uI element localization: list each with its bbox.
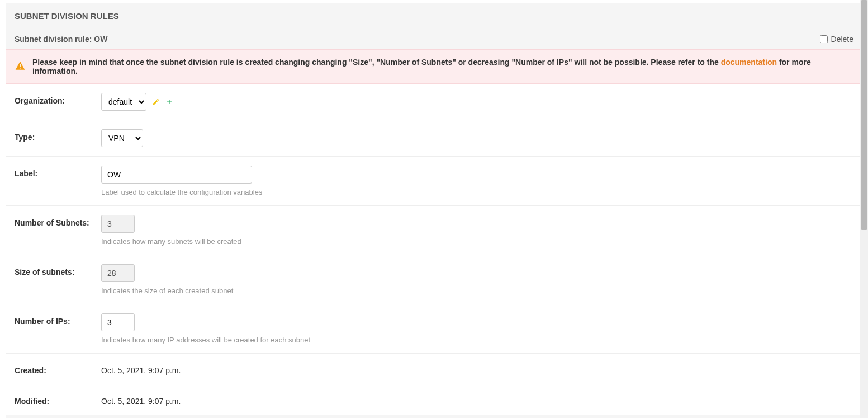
label-row: Label: Label used to calculate the confi… — [6, 157, 862, 206]
size-subnets-input — [101, 264, 135, 282]
vertical-scrollbar-track[interactable] — [860, 0, 868, 418]
warning-alert: Please keep in mind that once the subnet… — [6, 49, 862, 84]
label-help: Label used to calculate the configuratio… — [101, 188, 853, 196]
num-ips-row: Number of IPs: Indicates how many IP add… — [6, 304, 862, 354]
subsection-header: Subnet division rule: OW Delete — [6, 29, 862, 49]
num-subnets-help: Indicates how many subnets will be creat… — [101, 237, 853, 246]
type-label: Type: — [15, 129, 101, 142]
label-input[interactable] — [101, 166, 252, 184]
svg-rect-0 — [20, 64, 21, 67]
modified-row: Modified: Oct. 5, 2021, 9:07 p.m. — [6, 384, 862, 415]
svg-rect-1 — [20, 67, 21, 68]
num-ips-input[interactable] — [101, 313, 135, 331]
vertical-scrollbar-thumb[interactable] — [861, 0, 867, 230]
form-container: Organization: default Type: — [6, 84, 862, 415]
delete-checkbox-group[interactable]: Delete — [820, 35, 853, 44]
section-title: SUBNET DIVISION RULES — [6, 3, 862, 29]
plus-icon[interactable] — [165, 98, 173, 106]
num-ips-label: Number of IPs: — [15, 313, 101, 326]
modified-value: Oct. 5, 2021, 9:07 p.m. — [101, 393, 853, 406]
warning-icon — [15, 60, 26, 73]
organization-row: Organization: default — [6, 84, 862, 120]
num-ips-help: Indicates how many IP addresses will be … — [101, 336, 853, 344]
documentation-link[interactable]: documentation — [721, 58, 777, 67]
size-subnets-row: Size of subnets: Indicates the size of e… — [6, 255, 862, 304]
type-row: Type: VPN — [6, 120, 862, 157]
alert-text-before: Please keep in mind that once the subnet… — [32, 58, 721, 67]
add-another-button[interactable]: + Add another Subnet division rule — [6, 415, 862, 418]
organization-select[interactable]: default — [101, 93, 146, 111]
size-subnets-help: Indicates the size of each created subne… — [101, 287, 853, 295]
delete-label: Delete — [831, 35, 853, 44]
size-subnets-label: Size of subnets: — [15, 264, 101, 276]
delete-checkbox[interactable] — [820, 35, 828, 43]
rule-subtitle-prefix: Subnet division rule: — [15, 35, 94, 44]
organization-label: Organization: — [15, 93, 101, 105]
created-value: Oct. 5, 2021, 9:07 p.m. — [101, 363, 853, 375]
created-label: Created: — [15, 363, 101, 375]
rule-subtitle: Subnet division rule: OW — [15, 35, 107, 44]
alert-text: Please keep in mind that once the subnet… — [32, 58, 853, 76]
label-label: Label: — [15, 166, 101, 178]
num-subnets-input — [101, 215, 135, 233]
modified-label: Modified: — [15, 393, 101, 406]
num-subnets-row: Number of Subnets: Indicates how many su… — [6, 206, 862, 255]
pencil-icon[interactable] — [152, 98, 160, 106]
num-subnets-label: Number of Subnets: — [15, 215, 101, 227]
rule-subtitle-name: OW — [94, 35, 107, 44]
type-select[interactable]: VPN — [101, 129, 143, 147]
created-row: Created: Oct. 5, 2021, 9:07 p.m. — [6, 354, 862, 384]
